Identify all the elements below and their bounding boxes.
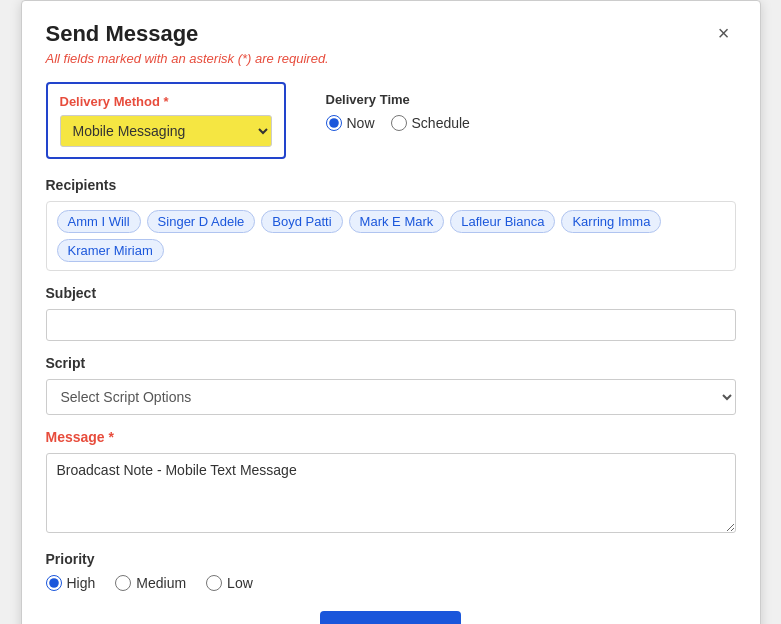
priority-low-radio[interactable] <box>206 575 222 591</box>
delivery-method-label: Delivery Method * <box>60 94 272 109</box>
script-label: Script <box>46 355 736 371</box>
script-select[interactable]: Select Script Options <box>46 379 736 415</box>
recipients-label: Recipients <box>46 177 736 193</box>
delivery-time-now-label: Now <box>347 115 375 131</box>
subject-label: Subject <box>46 285 736 301</box>
message-textarea[interactable]: Broadcast Note - <span style="color:#1a5… <box>46 453 736 533</box>
broadcast-button[interactable]: Broadcast <box>320 611 460 624</box>
priority-label: Priority <box>46 551 736 567</box>
delivery-time-options: Now Schedule <box>326 115 470 131</box>
priority-medium-option[interactable]: Medium <box>115 575 186 591</box>
recipients-section: Recipients Amm I Will Singer D Adele Boy… <box>46 177 736 271</box>
delivery-row: Delivery Method * Mobile Messaging Email… <box>46 82 736 159</box>
broadcast-btn-row: Broadcast <box>46 611 736 624</box>
priority-low-option[interactable]: Low <box>206 575 253 591</box>
delivery-time-now-option[interactable]: Now <box>326 115 375 131</box>
delivery-time-schedule-option[interactable]: Schedule <box>391 115 470 131</box>
delivery-time-now-radio[interactable] <box>326 115 342 131</box>
priority-high-radio[interactable] <box>46 575 62 591</box>
priority-low-label: Low <box>227 575 253 591</box>
close-button[interactable]: × <box>712 21 736 45</box>
modal-header: Send Message × <box>46 21 736 47</box>
priority-high-label: High <box>67 575 96 591</box>
recipients-list: Amm I Will Singer D Adele Boyd Patti Mar… <box>46 201 736 271</box>
message-section: Message * Broadcast Note - <span style="… <box>46 429 736 537</box>
delivery-time-schedule-label: Schedule <box>412 115 470 131</box>
modal-title: Send Message <box>46 21 199 47</box>
priority-medium-label: Medium <box>136 575 186 591</box>
delivery-time-box: Delivery Time Now Schedule <box>326 82 470 141</box>
recipient-tag: Lafleur Bianca <box>450 210 555 233</box>
recipient-tag: Mark E Mark <box>349 210 445 233</box>
subject-input[interactable] <box>46 309 736 341</box>
delivery-time-label: Delivery Time <box>326 92 470 107</box>
delivery-method-select[interactable]: Mobile Messaging Email Phone Call <box>60 115 272 147</box>
priority-high-option[interactable]: High <box>46 575 96 591</box>
recipient-tag: Karring Imma <box>561 210 661 233</box>
subject-section: Subject <box>46 285 736 341</box>
recipient-tag: Singer D Adele <box>147 210 256 233</box>
modal-subtitle: All fields marked with an asterisk (*) a… <box>46 51 736 66</box>
message-label: Message * <box>46 429 736 445</box>
recipient-tag: Kramer Miriam <box>57 239 164 262</box>
priority-section: Priority High Medium Low <box>46 551 736 591</box>
delivery-method-box: Delivery Method * Mobile Messaging Email… <box>46 82 286 159</box>
priority-medium-radio[interactable] <box>115 575 131 591</box>
delivery-time-schedule-radio[interactable] <box>391 115 407 131</box>
script-section: Script Select Script Options <box>46 355 736 415</box>
recipient-tag: Amm I Will <box>57 210 141 233</box>
send-message-modal: Send Message × All fields marked with an… <box>21 0 761 624</box>
priority-options: High Medium Low <box>46 575 736 591</box>
recipient-tag: Boyd Patti <box>261 210 342 233</box>
